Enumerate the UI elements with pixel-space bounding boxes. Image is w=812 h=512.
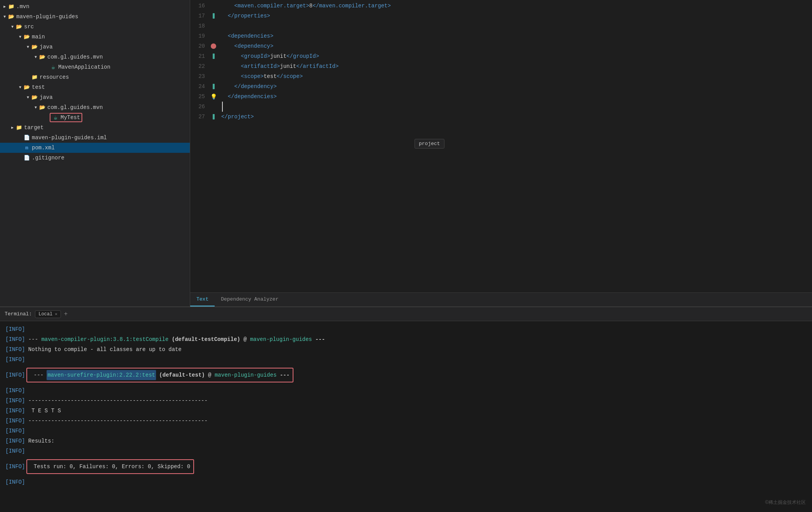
arrow-target: ▶ [9, 125, 16, 130]
folder-icon-java: 📂 [31, 43, 38, 50]
terminal-add-button[interactable]: + [64, 311, 68, 318]
terminal-line-sep2: [INFO] ---------------------------------… [5, 416, 807, 426]
terminal-line-1: [INFO] [5, 324, 807, 334]
terminal-tab-label: Local [38, 311, 52, 317]
terminal-surefire-box: [INFO] --- maven-surefire-plugin:2.22.2:… [5, 366, 807, 384]
tab-text[interactable]: Text [190, 292, 215, 306]
terminal-line-empty2: [INFO] [5, 386, 807, 396]
code-line-17: </properties> [221, 11, 812, 21]
code-line-22: <artifactId>junit</artifactId> [221, 61, 812, 71]
xml-icon-pom: m [23, 144, 30, 151]
arrow-com-gl2: ▼ [33, 106, 39, 110]
editor-tab-bar: Text Dependency Analyzer [190, 292, 812, 306]
tree-item-iml[interactable]: 📄 maven-plugin-guides.iml [0, 133, 190, 143]
iml-icon: 📄 [23, 134, 30, 141]
label-java-test: java [40, 94, 53, 100]
tab-dependency-analyzer[interactable]: Dependency Analyzer [215, 292, 285, 306]
tree-item-maven-application[interactable]: ☕ MavenApplication [0, 62, 190, 72]
arrow-com-gl: ▼ [33, 55, 39, 59]
arrow-src: ▼ [9, 25, 16, 29]
code-line-27: </project> [221, 112, 812, 122]
label-src: src [24, 24, 34, 30]
code-line-21: <groupId>junit</groupId> [221, 51, 812, 61]
code-line-19: <dependencies> [221, 31, 812, 41]
folder-icon-src: 📂 [16, 23, 23, 30]
code-line-25: </dependencies> [221, 92, 812, 102]
arrow-maven-plugin-guides: ▼ [2, 15, 8, 19]
terminal-line-sep1: [INFO] ---------------------------------… [5, 396, 807, 406]
gitignore-icon: 📄 [23, 154, 30, 161]
terminal-result-box: [INFO] Tests run: 0, Failures: 0, Errors… [5, 458, 807, 476]
terminal-area: Terminal: Local ✕ + [INFO] [INFO] --- ma… [0, 306, 812, 512]
tree-item-target[interactable]: ▶ 📁 target [0, 123, 190, 133]
folder-icon-com-gl2: 📂 [39, 104, 46, 111]
tree-item-java[interactable]: ▼ 📂 java [0, 42, 190, 52]
arrow-test: ▼ [17, 85, 23, 90]
tree-item-test[interactable]: ▼ 📂 test [0, 82, 190, 92]
folder-icon-maven-plugin-guides: 📂 [8, 13, 15, 20]
label-target: target [24, 125, 43, 131]
terminal-line-compiler: [INFO] --- maven-compiler-plugin:3.8.1:t… [5, 334, 807, 344]
arrow-main: ▼ [17, 35, 23, 39]
code-line-16: <maven.compiler.target>8</maven.compiler… [221, 1, 812, 11]
arrow-java: ▼ [25, 45, 31, 49]
code-line-24: </dependency> [221, 81, 812, 92]
terminal-line-nothing: [INFO] Nothing to compile - all classes … [5, 344, 807, 355]
folder-icon-com-gl: 📂 [39, 54, 46, 61]
terminal-close-icon[interactable]: ✕ [55, 311, 57, 317]
code-editor[interactable]: <maven.compiler.target>8</maven.compiler… [217, 0, 812, 292]
tree-item-src[interactable]: ▼ 📂 src [0, 22, 190, 32]
label-mvn: .mvn [16, 3, 29, 10]
label-maven-application: MavenApplication [58, 64, 110, 70]
tooltip-project: project [415, 139, 444, 149]
terminal-line-empty4: [INFO] [5, 446, 807, 456]
java-icon-mytest: ☕ [52, 114, 59, 121]
terminal-line-empty3: [INFO] [5, 426, 807, 436]
folder-icon-target: 📁 [16, 124, 23, 131]
terminal-title: Terminal: [5, 311, 32, 317]
terminal-line-results: [INFO] Results: [5, 436, 807, 446]
tree-item-main[interactable]: ▼ 📂 main [0, 32, 190, 42]
folder-icon-java-test: 📂 [31, 94, 38, 101]
gutter: 💡 [210, 0, 217, 292]
terminal-line-tests: [INFO] T E S T S [5, 406, 807, 416]
label-com-gl: com.gl.guides.mvn [47, 54, 103, 60]
code-line-20: <dependency> [221, 41, 812, 51]
mytest-highlight-box: ☕ MyTest [50, 113, 82, 122]
label-maven-plugin-guides: maven-plugin-guides [16, 14, 78, 20]
label-java: java [40, 44, 53, 50]
folder-icon-mvn: 📁 [8, 3, 15, 10]
terminal-line-empty1: [INFO] [5, 355, 807, 365]
label-resources: resources [40, 74, 69, 80]
terminal-tab-local[interactable]: Local ✕ [35, 310, 61, 318]
terminal-content[interactable]: [INFO] [INFO] --- maven-compiler-plugin:… [0, 321, 812, 512]
tree-item-maven-plugin-guides[interactable]: ▼ 📂 maven-plugin-guides [0, 12, 190, 22]
watermark: ©稀土掘金技术社区 [765, 499, 806, 506]
arrow-java-test: ▼ [25, 95, 31, 100]
label-main: main [32, 34, 45, 40]
code-line-23: <scope>test</scope> [221, 71, 812, 81]
code-line-18 [221, 21, 812, 31]
tree-item-java-test[interactable]: ▼ 📂 java [0, 92, 190, 102]
code-line-26 [221, 102, 812, 112]
tree-item-gitignore[interactable]: 📄 .gitignore [0, 153, 190, 163]
label-iml: maven-plugin-guides.iml [32, 135, 107, 141]
file-tree: ▶ 📁 .mvn ▼ 📂 maven-plugin-guides ▼ 📂 src… [0, 0, 190, 306]
terminal-line-empty5: [INFO] [5, 477, 807, 487]
line-numbers: 16 17 18 19 20 21 22 23 24 25 26 27 [190, 0, 210, 292]
label-pom-xml: pom.xml [32, 145, 55, 151]
label-mytest: MyTest [61, 114, 80, 121]
label-com-gl2: com.gl.guides.mvn [47, 104, 103, 111]
label-test: test [32, 84, 45, 90]
tree-item-pom-xml[interactable]: m pom.xml [0, 143, 190, 153]
tree-item-mytest[interactable]: ☕ MyTest [0, 112, 190, 123]
folder-icon-main: 📂 [23, 33, 30, 40]
tree-item-com-gl[interactable]: ▼ 📂 com.gl.guides.mvn [0, 52, 190, 62]
tree-item-resources[interactable]: 📁 resources [0, 72, 190, 82]
folder-icon-test: 📂 [23, 84, 30, 91]
tree-item-mvn[interactable]: ▶ 📁 .mvn [0, 2, 190, 12]
tree-item-com-gl2[interactable]: ▼ 📂 com.gl.guides.mvn [0, 102, 190, 112]
editor-area: 16 17 18 19 20 21 22 23 24 25 26 27 [190, 0, 812, 306]
java-icon-maven-application: ☕ [50, 64, 57, 71]
label-gitignore: .gitignore [32, 155, 64, 161]
